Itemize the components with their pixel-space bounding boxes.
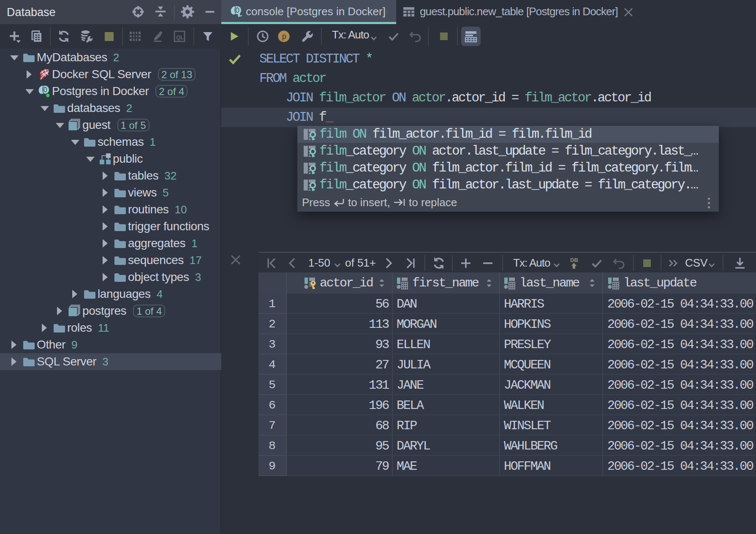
svg-text:QL: QL: [176, 34, 184, 41]
svg-text:DB: DB: [570, 257, 578, 263]
svg-text:p: p: [282, 33, 286, 41]
